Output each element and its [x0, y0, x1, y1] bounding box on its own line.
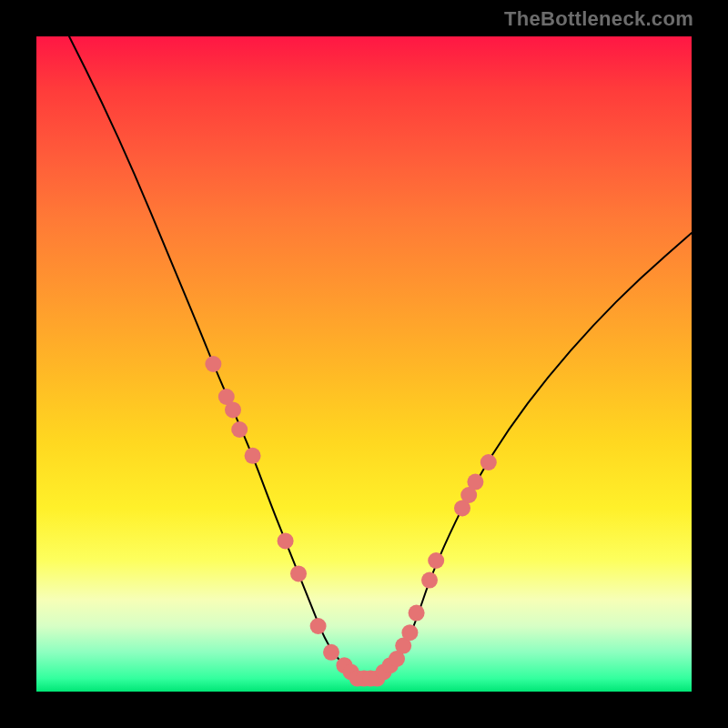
bottleneck-curve	[69, 36, 692, 679]
data-point	[245, 448, 261, 464]
curve-svg	[36, 36, 692, 692]
data-point	[278, 532, 294, 549]
data-markers	[205, 356, 496, 687]
data-point	[225, 401, 241, 418]
watermark-text: TheBottleneck.com	[504, 7, 693, 31]
data-point	[428, 552, 444, 569]
data-point	[205, 356, 221, 372]
data-point	[401, 624, 418, 641]
data-point	[323, 644, 339, 661]
data-point	[409, 605, 425, 622]
data-point	[310, 618, 327, 634]
data-point	[231, 421, 248, 438]
data-point	[467, 474, 483, 490]
chart-frame: TheBottleneck.com	[0, 0, 728, 728]
data-point	[421, 572, 438, 589]
data-point	[290, 565, 307, 581]
data-point	[480, 454, 497, 470]
plot-area	[36, 36, 692, 692]
